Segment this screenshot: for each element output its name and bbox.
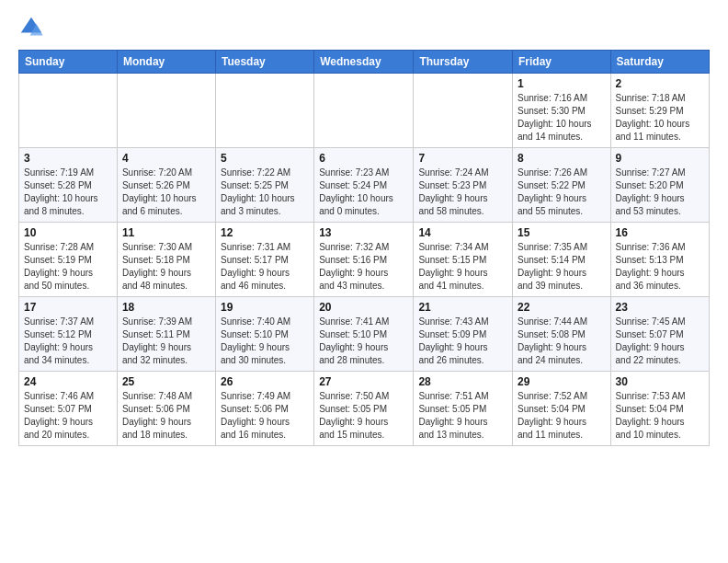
day-info: Sunrise: 7:24 AM Sunset: 5:23 PM Dayligh… bbox=[418, 167, 507, 218]
calendar-day-cell: 12Sunrise: 7:31 AM Sunset: 5:17 PM Dayli… bbox=[215, 223, 313, 297]
calendar-week-row: 3Sunrise: 7:19 AM Sunset: 5:28 PM Daylig… bbox=[19, 148, 710, 223]
day-number: 29 bbox=[518, 375, 606, 388]
day-info: Sunrise: 7:51 AM Sunset: 5:05 PM Dayligh… bbox=[418, 390, 507, 442]
day-number: 5 bbox=[221, 152, 309, 165]
day-number: 9 bbox=[616, 152, 704, 165]
calendar-day-cell: 8Sunrise: 7:26 AM Sunset: 5:22 PM Daylig… bbox=[512, 148, 610, 223]
calendar-day-cell: 26Sunrise: 7:49 AM Sunset: 5:06 PM Dayli… bbox=[215, 372, 313, 446]
calendar-day-cell bbox=[117, 74, 215, 148]
day-info: Sunrise: 7:32 AM Sunset: 5:16 PM Dayligh… bbox=[319, 241, 408, 293]
logo bbox=[18, 15, 48, 40]
day-info: Sunrise: 7:34 AM Sunset: 5:15 PM Dayligh… bbox=[418, 241, 507, 293]
day-info: Sunrise: 7:40 AM Sunset: 5:10 PM Dayligh… bbox=[221, 316, 309, 367]
day-number: 14 bbox=[418, 226, 507, 239]
day-number: 1 bbox=[518, 77, 606, 90]
calendar-day-cell: 6Sunrise: 7:23 AM Sunset: 5:24 PM Daylig… bbox=[314, 148, 414, 223]
calendar-header-row: SundayMondayTuesdayWednesdayThursdayFrid… bbox=[19, 51, 710, 74]
weekday-header: Sunday bbox=[19, 51, 118, 74]
calendar-day-cell: 27Sunrise: 7:50 AM Sunset: 5:05 PM Dayli… bbox=[314, 372, 414, 446]
day-info: Sunrise: 7:16 AM Sunset: 5:30 PM Dayligh… bbox=[518, 92, 606, 144]
day-info: Sunrise: 7:30 AM Sunset: 5:18 PM Dayligh… bbox=[122, 241, 210, 293]
calendar-day-cell: 2Sunrise: 7:18 AM Sunset: 5:29 PM Daylig… bbox=[610, 74, 709, 148]
calendar-day-cell: 7Sunrise: 7:24 AM Sunset: 5:23 PM Daylig… bbox=[414, 148, 513, 223]
calendar-day-cell: 10Sunrise: 7:28 AM Sunset: 5:19 PM Dayli… bbox=[19, 223, 118, 297]
day-number: 15 bbox=[518, 226, 606, 239]
calendar-day-cell: 22Sunrise: 7:44 AM Sunset: 5:08 PM Dayli… bbox=[512, 297, 610, 372]
day-info: Sunrise: 7:52 AM Sunset: 5:04 PM Dayligh… bbox=[518, 390, 606, 442]
page: SundayMondayTuesdayWednesdayThursdayFrid… bbox=[0, 0, 728, 455]
calendar-table: SundayMondayTuesdayWednesdayThursdayFrid… bbox=[18, 50, 710, 446]
day-info: Sunrise: 7:26 AM Sunset: 5:22 PM Dayligh… bbox=[518, 167, 606, 218]
calendar-day-cell: 5Sunrise: 7:22 AM Sunset: 5:25 PM Daylig… bbox=[215, 148, 313, 223]
day-info: Sunrise: 7:18 AM Sunset: 5:29 PM Dayligh… bbox=[616, 92, 704, 144]
day-number: 6 bbox=[319, 152, 408, 165]
calendar-day-cell: 24Sunrise: 7:46 AM Sunset: 5:07 PM Dayli… bbox=[19, 372, 118, 446]
day-number: 2 bbox=[616, 77, 704, 90]
day-number: 27 bbox=[319, 375, 408, 388]
day-info: Sunrise: 7:20 AM Sunset: 5:26 PM Dayligh… bbox=[122, 167, 210, 218]
calendar-day-cell: 1Sunrise: 7:16 AM Sunset: 5:30 PM Daylig… bbox=[512, 74, 610, 148]
calendar-day-cell: 13Sunrise: 7:32 AM Sunset: 5:16 PM Dayli… bbox=[314, 223, 414, 297]
weekday-header: Friday bbox=[512, 51, 610, 74]
day-info: Sunrise: 7:43 AM Sunset: 5:09 PM Dayligh… bbox=[418, 316, 507, 367]
calendar-day-cell: 20Sunrise: 7:41 AM Sunset: 5:10 PM Dayli… bbox=[314, 297, 414, 372]
calendar-day-cell: 21Sunrise: 7:43 AM Sunset: 5:09 PM Dayli… bbox=[414, 297, 513, 372]
day-number: 26 bbox=[221, 375, 309, 388]
calendar-day-cell: 4Sunrise: 7:20 AM Sunset: 5:26 PM Daylig… bbox=[117, 148, 215, 223]
calendar-day-cell: 11Sunrise: 7:30 AM Sunset: 5:18 PM Dayli… bbox=[117, 223, 215, 297]
calendar-day-cell: 14Sunrise: 7:34 AM Sunset: 5:15 PM Dayli… bbox=[414, 223, 513, 297]
day-number: 3 bbox=[24, 152, 112, 165]
day-number: 7 bbox=[418, 152, 507, 165]
day-info: Sunrise: 7:48 AM Sunset: 5:06 PM Dayligh… bbox=[122, 390, 210, 442]
calendar-day-cell: 9Sunrise: 7:27 AM Sunset: 5:20 PM Daylig… bbox=[610, 148, 709, 223]
day-info: Sunrise: 7:41 AM Sunset: 5:10 PM Dayligh… bbox=[319, 316, 408, 367]
calendar-day-cell: 17Sunrise: 7:37 AM Sunset: 5:12 PM Dayli… bbox=[19, 297, 118, 372]
day-info: Sunrise: 7:22 AM Sunset: 5:25 PM Dayligh… bbox=[221, 167, 309, 218]
day-info: Sunrise: 7:50 AM Sunset: 5:05 PM Dayligh… bbox=[319, 390, 408, 442]
calendar-day-cell: 15Sunrise: 7:35 AM Sunset: 5:14 PM Dayli… bbox=[512, 223, 610, 297]
day-number: 10 bbox=[24, 226, 112, 239]
header bbox=[18, 15, 710, 40]
day-info: Sunrise: 7:44 AM Sunset: 5:08 PM Dayligh… bbox=[518, 316, 606, 367]
day-info: Sunrise: 7:39 AM Sunset: 5:11 PM Dayligh… bbox=[122, 316, 210, 367]
calendar-day-cell: 28Sunrise: 7:51 AM Sunset: 5:05 PM Dayli… bbox=[414, 372, 513, 446]
calendar-day-cell bbox=[414, 74, 513, 148]
calendar-day-cell bbox=[314, 74, 414, 148]
day-number: 13 bbox=[319, 226, 408, 239]
day-number: 21 bbox=[418, 301, 507, 314]
day-info: Sunrise: 7:31 AM Sunset: 5:17 PM Dayligh… bbox=[221, 241, 309, 293]
weekday-header: Tuesday bbox=[215, 51, 313, 74]
day-info: Sunrise: 7:23 AM Sunset: 5:24 PM Dayligh… bbox=[319, 167, 408, 218]
day-number: 20 bbox=[319, 301, 408, 314]
day-number: 17 bbox=[24, 301, 112, 314]
day-info: Sunrise: 7:53 AM Sunset: 5:04 PM Dayligh… bbox=[616, 390, 704, 442]
day-number: 18 bbox=[122, 301, 210, 314]
day-number: 16 bbox=[616, 226, 704, 239]
day-number: 28 bbox=[418, 375, 507, 388]
day-info: Sunrise: 7:37 AM Sunset: 5:12 PM Dayligh… bbox=[24, 316, 112, 367]
calendar-week-row: 10Sunrise: 7:28 AM Sunset: 5:19 PM Dayli… bbox=[19, 223, 710, 297]
weekday-header: Saturday bbox=[610, 51, 709, 74]
calendar-week-row: 24Sunrise: 7:46 AM Sunset: 5:07 PM Dayli… bbox=[19, 372, 710, 446]
weekday-header: Monday bbox=[117, 51, 215, 74]
calendar-day-cell: 30Sunrise: 7:53 AM Sunset: 5:04 PM Dayli… bbox=[610, 372, 709, 446]
day-info: Sunrise: 7:19 AM Sunset: 5:28 PM Dayligh… bbox=[24, 167, 112, 218]
day-info: Sunrise: 7:27 AM Sunset: 5:20 PM Dayligh… bbox=[616, 167, 704, 218]
logo-icon bbox=[18, 15, 44, 40]
day-number: 24 bbox=[24, 375, 112, 388]
calendar-day-cell: 18Sunrise: 7:39 AM Sunset: 5:11 PM Dayli… bbox=[117, 297, 215, 372]
calendar-week-row: 17Sunrise: 7:37 AM Sunset: 5:12 PM Dayli… bbox=[19, 297, 710, 372]
day-info: Sunrise: 7:46 AM Sunset: 5:07 PM Dayligh… bbox=[24, 390, 112, 442]
calendar-day-cell: 3Sunrise: 7:19 AM Sunset: 5:28 PM Daylig… bbox=[19, 148, 118, 223]
day-info: Sunrise: 7:36 AM Sunset: 5:13 PM Dayligh… bbox=[616, 241, 704, 293]
day-number: 4 bbox=[122, 152, 210, 165]
calendar-day-cell: 29Sunrise: 7:52 AM Sunset: 5:04 PM Dayli… bbox=[512, 372, 610, 446]
day-number: 12 bbox=[221, 226, 309, 239]
weekday-header: Wednesday bbox=[314, 51, 414, 74]
calendar-day-cell: 25Sunrise: 7:48 AM Sunset: 5:06 PM Dayli… bbox=[117, 372, 215, 446]
day-number: 25 bbox=[122, 375, 210, 388]
calendar-day-cell bbox=[19, 74, 118, 148]
calendar-day-cell: 23Sunrise: 7:45 AM Sunset: 5:07 PM Dayli… bbox=[610, 297, 709, 372]
calendar-day-cell: 19Sunrise: 7:40 AM Sunset: 5:10 PM Dayli… bbox=[215, 297, 313, 372]
calendar-week-row: 1Sunrise: 7:16 AM Sunset: 5:30 PM Daylig… bbox=[19, 74, 710, 148]
